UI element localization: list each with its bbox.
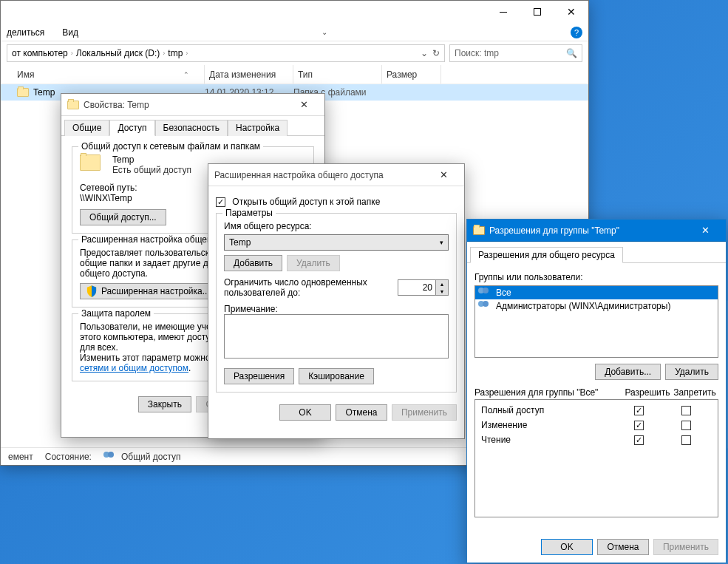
tab-share-permissions[interactable]: Разрешения для общего ресурса bbox=[470, 247, 623, 263]
group-title: Защита паролем bbox=[78, 308, 154, 319]
search-icon: 🔍 bbox=[566, 48, 577, 58]
tab-security[interactable]: Безопасность bbox=[155, 120, 228, 136]
column-type[interactable]: Тип bbox=[293, 65, 382, 84]
shield-icon bbox=[86, 285, 97, 297]
allow-change-checkbox[interactable] bbox=[634, 421, 644, 430]
perm-for-label: Разрешения для группы "Все" bbox=[474, 387, 624, 398]
search-placeholder: Поиск: tmp bbox=[455, 48, 499, 58]
apply-button[interactable]: Применить bbox=[392, 404, 457, 421]
ribbon-tabs: делиться Вид ⌄ ? bbox=[1, 24, 588, 41]
remove-user-button[interactable]: Удалить bbox=[665, 364, 718, 380]
dialog-buttons: OK Отмена Применить bbox=[467, 534, 726, 560]
ribbon-expand-icon[interactable]: ⌄ bbox=[322, 28, 327, 36]
dialog-buttons: OK Отмена Применить bbox=[208, 400, 464, 425]
caching-button[interactable]: Кэширование bbox=[299, 368, 374, 384]
permissions-tabs: Разрешения для общего ресурса bbox=[467, 242, 726, 263]
deny-full-checkbox[interactable] bbox=[681, 406, 691, 415]
permissions-button[interactable]: Разрешения bbox=[224, 368, 294, 384]
ribbon-tab-view[interactable]: Вид bbox=[62, 27, 78, 38]
tab-access[interactable]: Доступ bbox=[109, 120, 154, 136]
status-state-label: Состояние: bbox=[45, 452, 92, 462]
network-settings-link[interactable]: сетями и общим доступом bbox=[80, 363, 188, 373]
dialog-titlebar: Свойства: Temp ✕ bbox=[61, 94, 324, 116]
help-icon[interactable]: ? bbox=[571, 27, 582, 38]
breadcrumb-pc[interactable]: от компьютер bbox=[12, 48, 68, 58]
tab-settings[interactable]: Настройка bbox=[228, 120, 288, 136]
users-list[interactable]: Все Администраторы (WINX\Администраторы) bbox=[474, 285, 718, 358]
user-limit-spinner[interactable]: ▲▼ bbox=[398, 279, 449, 296]
chevron-down-icon: ▾ bbox=[440, 239, 443, 246]
dialog-title: Свойства: Temp bbox=[84, 100, 149, 110]
deny-change-checkbox[interactable] bbox=[681, 421, 691, 430]
close-icon[interactable]: ✕ bbox=[290, 96, 319, 113]
spinner-down-icon[interactable]: ▼ bbox=[436, 288, 448, 295]
remove-share-button[interactable]: Удалить bbox=[287, 255, 340, 271]
perm-row-read: Чтение bbox=[475, 432, 718, 447]
close-button[interactable]: ✕ bbox=[554, 1, 588, 23]
address-bar: от компьютер › Локальный диск (D:) › tmp… bbox=[1, 41, 588, 65]
share-name-label: Имя общего ресурса: bbox=[224, 221, 449, 231]
breadcrumb-dropdown-icon[interactable]: ⌄ bbox=[421, 48, 428, 58]
close-icon[interactable]: ✕ bbox=[429, 166, 458, 183]
list-item[interactable]: Администраторы (WINX\Администраторы) bbox=[475, 299, 718, 313]
ok-button[interactable]: OK bbox=[279, 404, 331, 421]
breadcrumb-folder[interactable]: tmp bbox=[168, 48, 183, 58]
breadcrumb-disk[interactable]: Локальный диск (D:) bbox=[76, 48, 160, 58]
search-input[interactable]: Поиск: tmp 🔍 bbox=[449, 44, 582, 62]
column-name[interactable]: Имя ⌃ bbox=[13, 65, 205, 84]
sort-indicator-icon: ⌃ bbox=[183, 71, 189, 78]
groups-label: Группы или пользователи: bbox=[474, 272, 718, 282]
permissions-table: Разрешения для группы "Все" Разрешить За… bbox=[474, 386, 718, 517]
status-elements: емент bbox=[8, 452, 33, 462]
share-name-select[interactable]: Temp ▾ bbox=[224, 234, 449, 251]
ribbon-tab-share[interactable]: делиться bbox=[7, 27, 44, 38]
status-state-value: Общий доступ bbox=[121, 452, 181, 462]
cancel-button[interactable]: Отмена bbox=[597, 539, 649, 555]
add-user-button[interactable]: Добавить... bbox=[595, 364, 661, 380]
deny-header: Запретить bbox=[671, 387, 718, 398]
params-group: Параметры Имя общего ресурса: Temp ▾ Доб… bbox=[216, 213, 457, 393]
share-state: Есть общий доступ bbox=[112, 165, 191, 175]
note-label: Примечание: bbox=[224, 304, 449, 314]
ok-button[interactable]: OK bbox=[541, 539, 593, 555]
chevron-right-icon: › bbox=[71, 50, 73, 57]
refresh-icon[interactable]: ↻ bbox=[432, 48, 440, 58]
note-textarea[interactable] bbox=[224, 314, 449, 359]
explorer-titlebar: ✕ bbox=[1, 1, 588, 24]
shared-icon bbox=[103, 452, 117, 462]
close-icon[interactable]: ✕ bbox=[691, 222, 720, 239]
share-button[interactable]: Общий доступ... bbox=[80, 209, 166, 225]
permissions-dialog: Разрешения для группы "Temp" ✕ Разрешени… bbox=[466, 219, 727, 563]
cancel-button[interactable]: Отмена bbox=[336, 404, 387, 421]
maximize-button[interactable] bbox=[520, 1, 554, 23]
open-share-checkbox[interactable] bbox=[216, 197, 225, 207]
spinner-up-icon[interactable]: ▲ bbox=[436, 280, 448, 288]
open-share-checkbox-row[interactable]: Открыть общий доступ к этой папке bbox=[216, 197, 457, 207]
properties-tabs: Общие Доступ Безопасность Настройка bbox=[61, 116, 324, 136]
column-size[interactable]: Размер bbox=[382, 65, 441, 84]
advanced-sharing-dialog: Расширенная настройка общего доступа ✕ О… bbox=[208, 163, 465, 439]
dialog-title: Расширенная настройка общего доступа bbox=[214, 170, 384, 180]
perm-row-change: Изменение bbox=[475, 418, 718, 432]
allow-full-checkbox[interactable] bbox=[634, 406, 644, 415]
apply-button[interactable]: Применить bbox=[653, 539, 718, 555]
breadcrumb[interactable]: от компьютер › Локальный диск (D:) › tmp… bbox=[7, 44, 445, 62]
user-limit-input[interactable] bbox=[398, 282, 435, 293]
share-folder-name: Temp bbox=[112, 154, 191, 165]
add-share-button[interactable]: Добавить bbox=[224, 255, 282, 271]
column-date[interactable]: Дата изменения bbox=[205, 65, 293, 84]
folder-icon bbox=[17, 88, 29, 97]
tab-general[interactable]: Общие bbox=[64, 120, 109, 136]
limit-label: Ограничить число одновременных bbox=[224, 277, 367, 288]
close-button[interactable]: Закрыть bbox=[138, 396, 191, 412]
folder-icon bbox=[80, 154, 101, 171]
chevron-right-icon: › bbox=[186, 50, 188, 57]
group-title: Общий доступ к сетевым файлам и папкам bbox=[78, 141, 263, 152]
deny-read-checkbox[interactable] bbox=[681, 435, 691, 445]
users-icon bbox=[478, 288, 491, 298]
folder-icon bbox=[473, 226, 485, 235]
minimize-button[interactable] bbox=[486, 1, 520, 23]
list-item[interactable]: Все bbox=[475, 286, 718, 299]
folder-icon bbox=[67, 101, 79, 109]
allow-read-checkbox[interactable] bbox=[634, 435, 644, 445]
